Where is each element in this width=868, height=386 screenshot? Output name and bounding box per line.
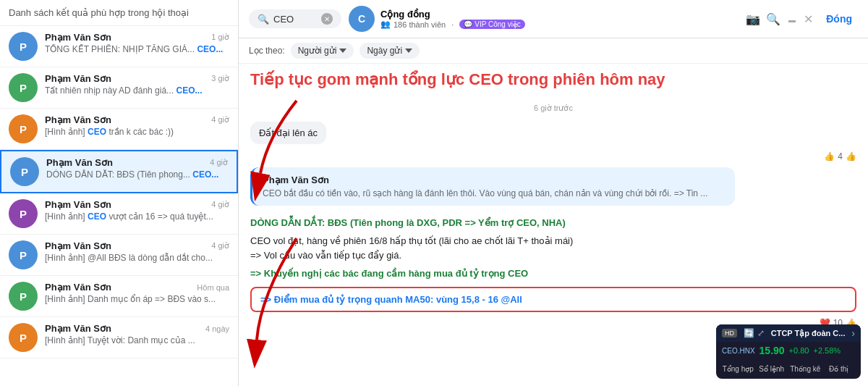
chat-name: Phạm Văn Sơn	[45, 240, 111, 251]
left-panel: Danh sách kết quả phù hợp trong hội thoạ…	[0, 0, 239, 386]
group-meta: 👥 186 thành viên · 💬 VIP Công việc	[380, 20, 525, 29]
header-bar: 🔍 ✕ C Cộng đồng 👥 186 thành viên · 💬 VIP…	[239, 0, 868, 38]
search-box[interactable]: 🔍 ✕	[249, 9, 341, 28]
result-title: Tiếp tục gom mạnh tổng lực CEO trong phi…	[239, 64, 868, 93]
clear-search-button[interactable]: ✕	[321, 13, 333, 25]
chat-name: Phạm Văn Sơn	[46, 157, 113, 168]
avatar: P	[9, 73, 38, 102]
chat-info: Phạm Văn Sơn 4 ngày [Hình ảnh] Tuyệt vời…	[45, 323, 229, 345]
reaction-bar: 👍 4 👍	[250, 151, 856, 161]
stock-name: CTCP Tập đoàn C...	[771, 329, 846, 338]
avatar: P	[9, 32, 38, 61]
filter-sender-button[interactable]: Người gửi	[291, 43, 354, 59]
chat-item[interactable]: P Phạm Văn Sơn 4 giờ [Hình ảnh] CEO vượt…	[0, 193, 238, 235]
filter-sender-label: Người gửi	[298, 46, 337, 56]
chat-item[interactable]: P Phạm Văn Sơn 4 giờ [Hình ảnh] @All BĐS…	[0, 235, 238, 276]
chat-item[interactable]: P Phạm Văn Sơn 4 giờ DÒNG DẪN DẮT: BĐS (…	[0, 150, 238, 193]
chat-time: 4 giờ	[211, 200, 229, 209]
msg-sender-name: Phạm Văn Sơn	[263, 175, 725, 185]
chat-info: Phạm Văn Sơn 4 giờ DÒNG DẪN DẮT: BĐS (Ti…	[46, 157, 228, 180]
expand-icon[interactable]: ⤢	[757, 328, 765, 338]
time-label: 6 giờ trước	[250, 104, 856, 113]
vip-badge: 💬 VIP Công việc	[459, 20, 525, 29]
filter-date-label: Ngày gửi	[367, 46, 402, 56]
msg-line1: CEO vol đạt, hàng về phiên 16/8 hấp thụ …	[250, 234, 856, 248]
stock-tab-thongke[interactable]: Thống kê	[789, 365, 822, 373]
minimize-icon[interactable]: 🗕	[786, 12, 798, 25]
chat-preview: TỔNG KẾT PHIÊN: NHỊP TĂNG GIÁ... CEO...	[45, 44, 229, 54]
main-message-bubble: Phạm Văn Sơn CEO bắt đầu có tiền vào, rũ…	[250, 167, 735, 206]
stock-ticker: CEO.HNX	[722, 347, 755, 355]
avatar: P	[9, 114, 38, 143]
stock-tab-tonghop[interactable]: Tổng hợp	[722, 365, 754, 373]
search-icon-header[interactable]: 🔍	[766, 12, 780, 26]
highlight-text: CEO...	[190, 169, 218, 180]
avatar: P	[10, 157, 39, 186]
chat-item[interactable]: P Phạm Văn Sơn 1 giờ TỔNG KẾT PHIÊN: NHỊ…	[0, 26, 238, 67]
chevron-down-icon2	[405, 47, 412, 54]
chat-info: Phạm Văn Sơn 4 giờ [Hình ảnh] CEO trần k…	[45, 114, 229, 137]
members-count: 186 thành viên	[393, 20, 446, 29]
chat-time: 3 giờ	[211, 74, 229, 83]
msg-line2: => Vol cầu vào vẫn tiếp tục đẩy giá.	[250, 248, 856, 263]
stock-tab-solenh[interactable]: Sổ lệnh	[756, 365, 788, 373]
refresh-icon[interactable]: 🔄	[744, 328, 754, 338]
vip-label: VIP Công việc	[475, 20, 521, 28]
chat-time: 4 ngày	[205, 324, 229, 333]
chat-preview: [Hình ảnh] @All BĐS là dòng dẫn dắt cho.…	[45, 253, 229, 263]
chat-preview: DÒNG DẪN DẮT: BĐS (Tiên phong... CEO...	[46, 169, 228, 180]
right-panel: 🔍 ✕ C Cộng đồng 👥 186 thành viên · 💬 VIP…	[239, 0, 868, 386]
highlight-box: => Điểm mua đủ tỷ trọng quanh MA50: vùng…	[250, 287, 856, 312]
chat-preview: [Hình ảnh] CEO trần k các bác :))	[45, 127, 229, 137]
chevron-down-icon	[339, 47, 346, 54]
search-icon: 🔍	[258, 14, 269, 25]
simple-message: Đất đại lên ác	[250, 122, 326, 144]
chat-name: Phạm Văn Sơn	[45, 73, 111, 84]
chat-name: Phạm Văn Sơn	[45, 114, 111, 125]
avatar: P	[9, 199, 38, 228]
thumbs-up-icon: 👍	[824, 151, 835, 161]
chat-item[interactable]: P Phạm Văn Sơn 3 giờ Tất nhiên nhịp này …	[0, 67, 238, 109]
chat-info: Phạm Văn Sơn 4 giờ [Hình ảnh] @All BĐS l…	[45, 240, 229, 263]
avatar: P	[9, 282, 38, 311]
stock-price: 15.90	[760, 345, 785, 356]
chat-name: Phạm Văn Sơn	[45, 282, 111, 293]
msg-preview-text: CEO bắt đầu có tiền vào, rũ sạch hàng là…	[263, 188, 725, 198]
chat-time: 1 giờ	[211, 33, 229, 42]
chat-preview: Tất nhiên nhịp này AD đánh giá... CEO...	[45, 85, 229, 96]
filter-label: Lọc theo:	[249, 46, 285, 56]
chat-name: Phạm Văn Sơn	[45, 199, 111, 210]
members-icon: 👥	[380, 20, 391, 29]
chat-item[interactable]: P Phạm Văn Sơn 4 ngày [Hình ảnh] Tuyệt v…	[0, 317, 238, 358]
chat-info: Phạm Văn Sơn 4 giờ [Hình ảnh] CEO vượt c…	[45, 199, 229, 222]
reaction-icon2: 👍	[846, 151, 856, 161]
chat-item[interactable]: P Phạm Văn Sơn 4 giờ [Hình ảnh] CEO trần…	[0, 109, 238, 150]
chat-item[interactable]: P Phạm Văn Sơn Hôm qua [Hình ảnh] Danh m…	[0, 276, 238, 317]
stock-header: HD 🔄 ⤢ CTCP Tập đoàn C... ›	[716, 324, 861, 342]
chat-time: 4 giờ	[211, 241, 229, 251]
header-icons: 📷 🔍 🗕 ✕	[746, 12, 813, 26]
filter-date-button[interactable]: Ngày gửi	[359, 43, 420, 59]
highlight-text: CEO...	[174, 85, 202, 96]
chat-preview: [Hình ảnh] Danh mục ổn áp => BĐS vào s..…	[45, 294, 229, 304]
close-button[interactable]: Đóng	[820, 10, 858, 28]
chat-name: Phạm Văn Sơn	[45, 323, 111, 334]
stock-body: Tổng hợp Sổ lệnh Thống kê Đồ thị	[716, 359, 861, 379]
stock-change: +0.80	[789, 346, 809, 355]
search-input[interactable]	[273, 14, 317, 25]
left-panel-header: Danh sách kết quả phù hợp trong hội thoạ…	[0, 0, 238, 26]
stock-tab-dothi[interactable]: Đồ thị	[823, 365, 856, 373]
close-icon-header[interactable]: ✕	[804, 12, 813, 26]
camera-icon[interactable]: 📷	[746, 12, 760, 26]
messages-area: 6 giờ trước Đất đại lên ác 👍 4 👍 Phạm Vă…	[239, 93, 868, 386]
highlight-text: => Điểm mua đủ tỷ trọng quanh MA50: vùng…	[260, 294, 522, 305]
stock-widget[interactable]: HD 🔄 ⤢ CTCP Tập đoàn C... › CEO.HNX 15.9…	[716, 324, 861, 379]
filter-row: Lọc theo: Người gửi Ngày gửi	[239, 38, 868, 64]
highlight-text: CEO	[85, 127, 106, 137]
chat-info: Phạm Văn Sơn 1 giờ TỔNG KẾT PHIÊN: NHỊP …	[45, 32, 229, 54]
group-info: C Cộng đồng 👥 186 thành viên · 💬 VIP Côn…	[349, 6, 739, 32]
group-avatar: C	[349, 6, 375, 32]
stock-expand-btn[interactable]: ›	[851, 327, 855, 339]
chat-time: Hôm qua	[197, 283, 229, 292]
chat-time: 4 giờ	[211, 115, 229, 125]
